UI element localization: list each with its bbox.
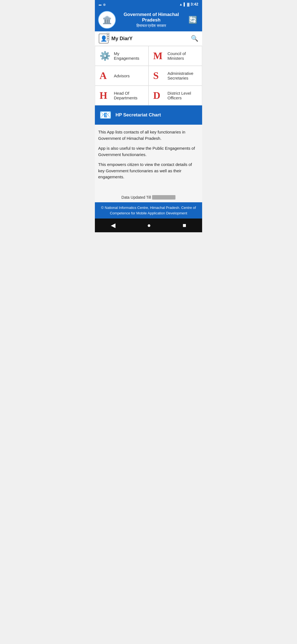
diary-badge: 245 [107,33,109,40]
app-header: 🏛️ Government of Himachal Pradesh हिमाचल… [95,8,202,31]
hod-letter: H [100,90,111,101]
sync-icon [103,2,106,6]
diary-title: My DiarY [111,36,188,42]
footer-text: © National Informatics Centre, Himachal … [101,206,196,215]
header-title-english: Government of Himachal Pradesh [119,12,183,23]
refresh-button[interactable]: 🔄 [187,14,199,26]
app-footer: © National Informatics Centre, Himachal … [95,202,202,219]
advisors-label: Advisors [114,73,130,78]
menu-item-head-of-departments[interactable]: H Head Of Departments [95,86,148,105]
content-para-1: This App lists contacts of all key funct… [98,129,199,141]
data-updated-value [152,195,176,200]
menu-item-my-engagements[interactable]: ⚙️ My Engagements [95,46,148,66]
hod-label: Head Of Departments [114,91,144,100]
engagements-icon: ⚙️ [100,51,111,61]
menu-grid: ⚙️ My Engagements M Council of Ministers… [95,46,202,105]
wifi-icon [179,2,183,6]
status-time: 3:42 [191,2,198,6]
dlo-letter: D [153,90,165,101]
nav-recent-button[interactable]: ■ [183,222,186,229]
notification-icon [99,2,101,6]
secretariat-icon: 📧 [99,109,112,121]
status-left-icons [99,2,106,6]
status-bar: 3:42 [95,0,202,8]
admin-sec-letter: S [153,70,165,81]
menu-item-district-level-officers[interactable]: D District Level Officers [148,86,202,105]
signal-icon [184,2,186,6]
content-area: This App lists contacts of all key funct… [95,125,202,192]
advisors-letter: A [100,70,111,81]
admin-sec-label: Administrative Secretaries [167,71,197,80]
engagements-label: My Engagements [114,51,144,61]
council-letter: M [153,50,165,62]
menu-item-council-of-ministers[interactable]: M Council of Ministers [148,46,202,66]
menu-item-administrative-secretaries[interactable]: S Administrative Secretaries [148,66,202,86]
refresh-icon: 🔄 [188,16,197,24]
dlo-label: District Level Officers [167,91,197,100]
menu-item-advisors[interactable]: A Advisors [95,66,148,86]
nav-home-button[interactable]: ● [147,222,151,229]
secretariat-label: HP Secretariat Chart [116,112,161,118]
data-updated-section: Data Updated Till [95,192,202,202]
header-title-hindi: हिमाचल प्रदेश सरकार [119,23,183,28]
nav-back-button[interactable]: ◀ [111,222,116,229]
header-title-block: Government of Himachal Pradesh हिमाचल प्… [119,12,183,28]
data-updated-label: Data Updated Till [122,195,151,200]
search-button[interactable]: 🔍 [191,35,198,42]
nav-bar: ◀ ● ■ [95,219,202,232]
app-logo: 🏛️ [98,11,116,29]
battery-icon [187,2,189,6]
council-label: Council of Ministers [167,51,197,61]
logo-emblem: 🏛️ [102,15,112,24]
avatar-icon: 👤 [100,35,107,42]
search-bar: 👤 245 My DiarY 🔍 [95,31,202,46]
content-para-3: This empowers citizen to view the contac… [98,162,199,180]
diary-avatar: 👤 245 [99,34,109,43]
status-right-info: 3:42 [179,2,198,6]
secretariat-banner[interactable]: 📧 HP Secretariat Chart [95,105,202,125]
content-para-2: App is also useful to view the Public En… [98,145,199,158]
